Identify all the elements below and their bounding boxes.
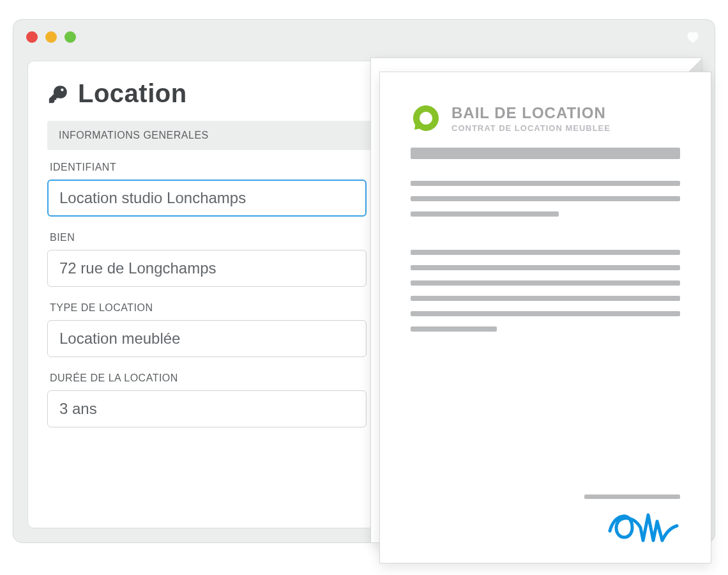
- page-title: Location: [78, 79, 187, 108]
- key-icon: [47, 83, 69, 105]
- traffic-lights: [26, 31, 76, 43]
- document-paragraph-1: [411, 181, 680, 227]
- minimize-window-button[interactable]: [45, 31, 57, 43]
- text-line: [411, 181, 680, 186]
- document-front-page: BAIL DE LOCATION CONTRAT DE LOCATION MEU…: [379, 72, 711, 564]
- favorite-icon[interactable]: [684, 29, 702, 45]
- text-line: [411, 280, 680, 286]
- document-header: BAIL DE LOCATION CONTRAT DE LOCATION MEU…: [411, 103, 680, 134]
- type-location-input[interactable]: [47, 320, 367, 357]
- text-line: [411, 196, 680, 201]
- identifiant-input[interactable]: [47, 180, 367, 217]
- duree-input[interactable]: [47, 390, 367, 427]
- text-line: [411, 311, 680, 316]
- signature-line: [584, 494, 680, 499]
- document-preview: BAIL DE LOCATION CONTRAT DE LOCATION MEU…: [370, 57, 715, 562]
- document-subtitle: CONTRAT DE LOCATION MEUBLEE: [451, 123, 610, 133]
- text-line: [411, 250, 680, 255]
- maximize-window-button[interactable]: [64, 31, 76, 43]
- document-title-block: BAIL DE LOCATION CONTRAT DE LOCATION MEU…: [451, 104, 610, 133]
- text-line: [411, 211, 559, 217]
- text-line: [411, 296, 680, 301]
- signature-icon: [603, 505, 680, 544]
- logo-icon: [411, 103, 441, 134]
- text-line: [411, 326, 497, 332]
- text-line: [411, 265, 680, 270]
- document-placeholder-bar: [411, 148, 680, 159]
- signature-block: [584, 494, 680, 544]
- bien-input[interactable]: [47, 250, 367, 287]
- close-window-button[interactable]: [26, 31, 38, 43]
- document-title: BAIL DE LOCATION: [451, 104, 610, 122]
- window-titlebar: [13, 20, 715, 54]
- document-paragraph-2: [411, 250, 680, 342]
